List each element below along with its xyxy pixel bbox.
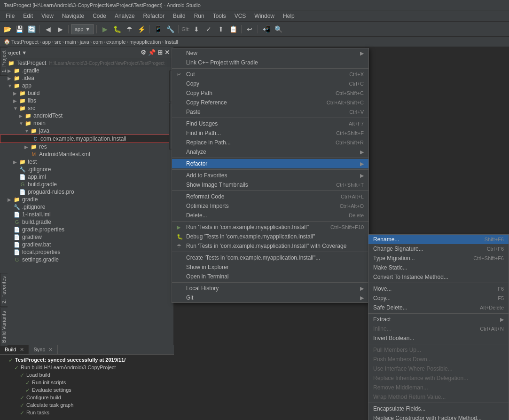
- menu-view[interactable]: View: [38, 12, 57, 20]
- menu-run[interactable]: Run: [190, 12, 208, 20]
- ref-use-interface[interactable]: Use Interface Where Possible...: [368, 364, 509, 373]
- breadcrumb-example[interactable]: example: [106, 39, 126, 45]
- ref-change-sig[interactable]: Change Signature... Ctrl+F6: [368, 244, 509, 254]
- tree-gradle[interactable]: ▶ 📁 .gradle: [0, 67, 173, 74]
- ref-pull-members[interactable]: Pull Members Up...: [368, 345, 509, 355]
- tree-gitignore-root[interactable]: 🔧 .gitignore: [0, 203, 173, 211]
- toolbar-forward-btn[interactable]: ▶: [55, 24, 65, 34]
- ctx-run-tests[interactable]: ▶ Run 'Tests in 'com.example.myapplicati…: [172, 222, 368, 232]
- breadcrumb-main[interactable]: main: [65, 39, 76, 45]
- tree-gradle-root[interactable]: ▶ 📁 gradle: [0, 196, 173, 203]
- ctx-find-path[interactable]: Find in Path... Ctrl+Shift+F: [172, 128, 368, 138]
- toolbar-git-commit-btn[interactable]: ✓: [204, 24, 214, 34]
- toolbar-profile-btn[interactable]: ⚡: [136, 24, 147, 34]
- tree-local-props[interactable]: 📄 local.properties: [0, 248, 173, 256]
- tree-app[interactable]: ▼ 📁 app: [0, 82, 173, 89]
- tree-gitignore-app[interactable]: 🔧 .gitignore: [0, 166, 173, 173]
- ref-push-members[interactable]: Push Members Down...: [368, 355, 509, 364]
- ctx-show-thumbnails[interactable]: Show Image Thumbnails Ctrl+Shift+T: [172, 180, 368, 190]
- breadcrumb-app[interactable]: app: [42, 39, 51, 45]
- tree-settings-gradle[interactable]: G settings.gradle: [0, 256, 173, 263]
- ctx-cut[interactable]: ✂ Cut Ctrl+X: [172, 70, 368, 79]
- menu-tools[interactable]: Tools: [209, 12, 230, 20]
- ctx-refactor[interactable]: Refactor ▶: [172, 159, 368, 168]
- tree-build[interactable]: ▶ 📁 build: [0, 89, 173, 97]
- project-header-expand[interactable]: ⊞: [157, 49, 164, 56]
- breadcrumb-install[interactable]: Install: [164, 39, 178, 45]
- ctx-reformat[interactable]: Reformat Code Ctrl+Alt+L: [172, 192, 368, 201]
- tab-project[interactable]: 1: Project: [0, 47, 8, 76]
- tree-gradle-props[interactable]: 📄 gradle.properties: [0, 226, 173, 233]
- menu-analyze[interactable]: Analyze: [111, 12, 139, 20]
- ctx-add-favorites[interactable]: Add to Favorites ▶: [172, 171, 368, 180]
- ref-encapsulate[interactable]: Encapsulate Fields...: [368, 404, 509, 413]
- toolbar-back-btn[interactable]: ◀: [43, 24, 53, 34]
- tab-build[interactable]: Build ✕: [0, 345, 29, 354]
- breadcrumb-myapp[interactable]: myapplication: [129, 39, 161, 45]
- ctx-optimize[interactable]: Optimize Imports Ctrl+Alt+O: [172, 201, 368, 211]
- menu-help[interactable]: Help: [279, 12, 298, 20]
- project-header-close[interactable]: ✕: [164, 49, 171, 56]
- ctx-copy-ref[interactable]: Copy Reference Ctrl+Alt+Shift+C: [172, 98, 368, 107]
- toolbar-undo-btn[interactable]: ↩: [244, 24, 255, 34]
- ctx-debug-tests[interactable]: 🐛 Debug 'Tests in 'com.example.myapplica…: [172, 232, 368, 241]
- tree-build-gradle-root[interactable]: G build.gradle: [0, 218, 173, 226]
- ref-safe-delete[interactable]: Safe Delete... Alt+Delete: [368, 303, 509, 312]
- ctx-delete[interactable]: Delete... Delete: [172, 211, 368, 220]
- ref-copy[interactable]: Copy... F5: [368, 293, 509, 303]
- ctx-local-history[interactable]: Local History ▶: [172, 284, 368, 293]
- ref-move[interactable]: Move... F6: [368, 284, 509, 293]
- app-dropdown[interactable]: app ▼: [71, 24, 94, 34]
- tab-sync[interactable]: Sync ✕: [29, 345, 58, 354]
- menu-code[interactable]: Code: [89, 12, 110, 20]
- tree-libs[interactable]: ▶ 📁 libs: [0, 97, 173, 104]
- breadcrumb-java[interactable]: java: [80, 39, 89, 45]
- ctx-find-usages[interactable]: Find Usages Alt+F7: [172, 119, 368, 128]
- tree-test[interactable]: ▶ 📁 test: [0, 158, 173, 166]
- ctx-copy[interactable]: Copy Ctrl+C: [172, 79, 368, 88]
- ctx-show-explorer[interactable]: Show in Explorer: [172, 262, 368, 272]
- ref-remove-middleman[interactable]: Remove Middleman...: [368, 383, 509, 392]
- tree-java[interactable]: ▼ 📁 java: [0, 127, 173, 135]
- tree-androidtest[interactable]: ▶ 📁 androidTest: [0, 112, 173, 119]
- ref-rename[interactable]: Rename... Shift+F6: [368, 235, 509, 244]
- ref-extract[interactable]: Extract ▶: [368, 315, 509, 324]
- toolbar-open-btn[interactable]: 📂: [2, 24, 12, 34]
- menu-build[interactable]: Build: [169, 12, 189, 20]
- tree-root[interactable]: ▼ 📁 TestProgect H:\LearnAndroid\3-CopyPr…: [0, 59, 173, 67]
- project-header-pin[interactable]: 📌: [147, 49, 157, 56]
- tree-proguard[interactable]: 📄 proguard-rules.pro: [0, 188, 173, 196]
- ctx-git[interactable]: Git ▶: [172, 293, 368, 302]
- menu-navigate[interactable]: Navigate: [58, 12, 88, 20]
- ctx-replace-path[interactable]: Replace in Path... Ctrl+Shift+R: [172, 138, 368, 147]
- ctx-link-cpp[interactable]: Link C++ Project with Gradle: [172, 58, 368, 67]
- breadcrumb-src[interactable]: src: [55, 39, 62, 45]
- ref-convert-instance[interactable]: Convert To Instance Method...: [368, 272, 509, 282]
- tree-build-gradle-app[interactable]: G build.gradle: [0, 181, 173, 188]
- project-header-settings[interactable]: ⚙: [140, 49, 147, 56]
- ctx-new[interactable]: New ▶: [172, 48, 368, 58]
- toolbar-avd-btn[interactable]: 📱: [153, 24, 163, 34]
- tree-main[interactable]: ▼ 📁 main: [0, 119, 173, 127]
- ref-replace-constructor[interactable]: Replace Constructor with Factory Method.…: [368, 413, 509, 420]
- tree-idea[interactable]: ▶ 📁 .idea: [0, 74, 173, 82]
- toolbar-device-btn[interactable]: 📲: [261, 24, 271, 34]
- tree-install[interactable]: C com.example.myapplication.Install: [0, 135, 173, 143]
- toolbar-sdk-btn[interactable]: 🔧: [165, 24, 175, 34]
- breadcrumb-com[interactable]: com: [93, 39, 103, 45]
- tab-sync-close[interactable]: ✕: [48, 347, 53, 352]
- tab-favorites[interactable]: 2: Favorites: [0, 273, 8, 307]
- menu-vcs[interactable]: VCS: [231, 12, 250, 20]
- tree-manifest[interactable]: M AndroidManifest.xml: [0, 151, 173, 158]
- menu-file[interactable]: File: [2, 12, 18, 20]
- tab-build-close[interactable]: ✕: [20, 347, 24, 352]
- toolbar-run-btn[interactable]: ▶: [100, 24, 110, 34]
- menu-edit[interactable]: Edit: [19, 12, 37, 20]
- ref-invert-boolean[interactable]: Invert Boolean...: [368, 333, 509, 343]
- tab-build-variants[interactable]: Build Variants: [0, 308, 8, 346]
- menu-window[interactable]: Window: [251, 12, 278, 20]
- breadcrumb-progect[interactable]: TestProgect: [11, 39, 39, 45]
- toolbar-save-btn[interactable]: 💾: [14, 24, 24, 34]
- tree-install-iml[interactable]: 📄 1-Install.iml: [0, 211, 173, 218]
- ctx-create-tests[interactable]: Create 'Tests in 'com.example.myapplicat…: [172, 253, 368, 262]
